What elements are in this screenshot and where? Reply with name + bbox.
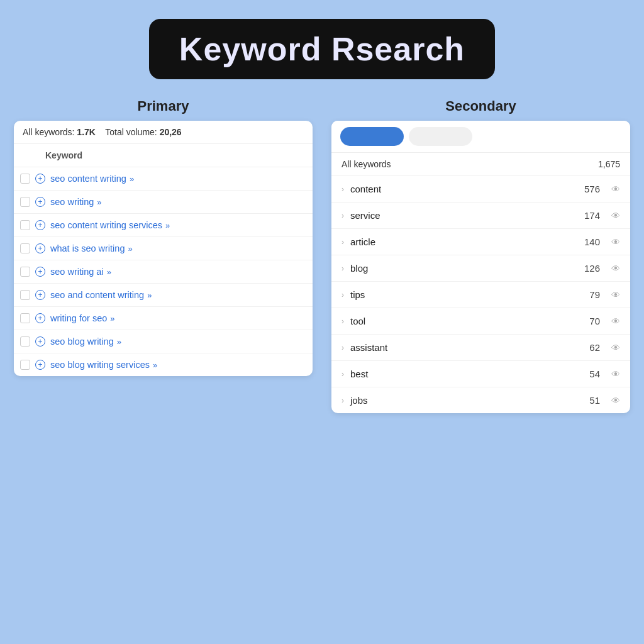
secondary-panel: All keywords 1,675 › content 576 👁 › ser…	[331, 121, 630, 413]
eye-icon[interactable]: 👁	[611, 264, 620, 274]
keyword-checkbox[interactable]	[20, 174, 30, 184]
keyword-column-header: Keyword	[14, 144, 313, 167]
secondary-keyword-text[interactable]: article	[350, 236, 578, 247]
secondary-keyword-count: 174	[584, 210, 600, 221]
chevrons-icon: »	[130, 174, 134, 184]
secondary-all-keywords-row: All keywords 1,675	[331, 153, 630, 176]
keyword-checkbox[interactable]	[20, 220, 30, 230]
secondary-keyword-text[interactable]: tips	[350, 289, 583, 300]
total-volume-value: 20,26	[160, 127, 182, 137]
keyword-checkbox[interactable]	[20, 243, 30, 253]
secondary-keyword-count: 54	[589, 369, 600, 379]
eye-icon[interactable]: 👁	[611, 290, 620, 300]
chevrons-icon: »	[110, 314, 114, 323]
primary-column: Primary All keywords: 1.7K Total volume:…	[14, 98, 313, 376]
secondary-keyword-text[interactable]: service	[350, 210, 578, 221]
chevron-right-icon: ›	[341, 317, 344, 326]
expand-icon[interactable]: +	[35, 267, 45, 277]
expand-icon[interactable]: +	[35, 174, 45, 184]
chevrons-icon: »	[97, 197, 101, 207]
keyword-checkbox[interactable]	[20, 290, 30, 300]
secondary-keyword-count: 126	[584, 263, 600, 274]
secondary-keyword-row: › assistant 62 👁	[331, 335, 630, 361]
keyword-row: + what is seo writing »	[14, 237, 313, 260]
chevron-right-icon: ›	[341, 396, 344, 405]
keyword-row: + seo blog writing »	[14, 330, 313, 353]
chevron-right-icon: ›	[341, 264, 344, 273]
keyword-link[interactable]: seo content writing »	[50, 174, 134, 184]
keyword-row: + seo content writing services »	[14, 214, 313, 237]
title-banner: Keyword Rsearch	[149, 19, 495, 79]
eye-icon[interactable]: 👁	[611, 184, 620, 194]
eye-icon[interactable]: 👁	[611, 316, 620, 326]
chevron-right-icon: ›	[341, 238, 344, 247]
expand-icon[interactable]: +	[35, 360, 45, 370]
secondary-keyword-row: › tool 70 👁	[331, 308, 630, 335]
chevrons-icon: »	[107, 267, 111, 277]
chevrons-icon: »	[128, 244, 132, 253]
eye-icon[interactable]: 👁	[611, 237, 620, 247]
keyword-checkbox[interactable]	[20, 197, 30, 207]
secondary-tab-1[interactable]	[340, 127, 404, 146]
secondary-keyword-count: 51	[589, 395, 600, 406]
all-keywords-label: All keywords:	[23, 127, 74, 137]
keyword-link[interactable]: seo writing »	[50, 197, 102, 207]
secondary-keyword-text[interactable]: blog	[350, 263, 578, 274]
eye-icon[interactable]: 👁	[611, 369, 620, 379]
keyword-link[interactable]: writing for seo »	[50, 313, 115, 323]
eye-icon[interactable]: 👁	[611, 396, 620, 406]
keyword-link[interactable]: what is seo writing »	[50, 243, 133, 253]
keyword-checkbox[interactable]	[20, 336, 30, 347]
columns-wrapper: Primary All keywords: 1.7K Total volume:…	[14, 98, 630, 413]
secondary-all-count: 1,675	[598, 159, 620, 169]
keyword-checkbox[interactable]	[20, 267, 30, 277]
secondary-keyword-count: 576	[584, 184, 600, 194]
expand-icon[interactable]: +	[35, 313, 45, 323]
secondary-label: Secondary	[445, 98, 516, 114]
secondary-tab-bar	[331, 121, 630, 153]
keyword-checkbox[interactable]	[20, 360, 30, 370]
secondary-keyword-row: › jobs 51 👁	[331, 387, 630, 413]
all-keywords-value: 1.7K	[77, 127, 96, 137]
secondary-tab-2[interactable]	[409, 127, 472, 146]
chevron-right-icon: ›	[341, 370, 344, 379]
secondary-keyword-row: › service 174 👁	[331, 203, 630, 229]
chevrons-icon: »	[117, 337, 121, 347]
secondary-keyword-row: › content 576 👁	[331, 176, 630, 203]
secondary-keyword-text[interactable]: best	[350, 369, 583, 379]
keyword-row: + seo writing ai »	[14, 260, 313, 284]
eye-icon[interactable]: 👁	[611, 343, 620, 353]
expand-icon[interactable]: +	[35, 336, 45, 347]
keyword-row: + seo and content writing »	[14, 284, 313, 307]
keyword-link[interactable]: seo blog writing »	[50, 336, 121, 347]
primary-panel: All keywords: 1.7K Total volume: 20,26 K…	[14, 121, 313, 376]
expand-icon[interactable]: +	[35, 243, 45, 253]
keyword-link[interactable]: seo content writing services »	[50, 220, 170, 230]
primary-stats: All keywords: 1.7K Total volume: 20,26	[14, 121, 313, 144]
keyword-checkbox[interactable]	[20, 313, 30, 323]
keyword-row: + seo content writing »	[14, 167, 313, 191]
secondary-keyword-count: 70	[589, 316, 600, 326]
secondary-keyword-count: 79	[589, 289, 600, 300]
secondary-all-label: All keywords	[341, 159, 391, 169]
keyword-link[interactable]: seo blog writing services »	[50, 360, 157, 370]
chevron-right-icon: ›	[341, 185, 344, 194]
keyword-link[interactable]: seo and content writing »	[50, 290, 152, 300]
secondary-keywords-list: › content 576 👁 › service 174 👁 › articl…	[331, 176, 630, 413]
expand-icon[interactable]: +	[35, 220, 45, 230]
total-volume-label: Total volume:	[105, 127, 157, 137]
secondary-keyword-row: › best 54 👁	[331, 361, 630, 387]
eye-icon[interactable]: 👁	[611, 211, 620, 221]
keyword-row: + seo writing »	[14, 191, 313, 214]
secondary-keyword-text[interactable]: content	[350, 184, 578, 194]
secondary-keyword-text[interactable]: assistant	[350, 342, 583, 353]
expand-icon[interactable]: +	[35, 197, 45, 207]
expand-icon[interactable]: +	[35, 290, 45, 300]
secondary-keyword-row: › blog 126 👁	[331, 255, 630, 282]
secondary-keyword-text[interactable]: tool	[350, 316, 583, 326]
secondary-keyword-row: › article 140 👁	[331, 229, 630, 255]
secondary-keyword-text[interactable]: jobs	[350, 395, 583, 406]
secondary-keyword-count: 140	[584, 236, 600, 247]
keyword-link[interactable]: seo writing ai »	[50, 267, 111, 277]
page-title: Keyword Rsearch	[179, 31, 465, 67]
